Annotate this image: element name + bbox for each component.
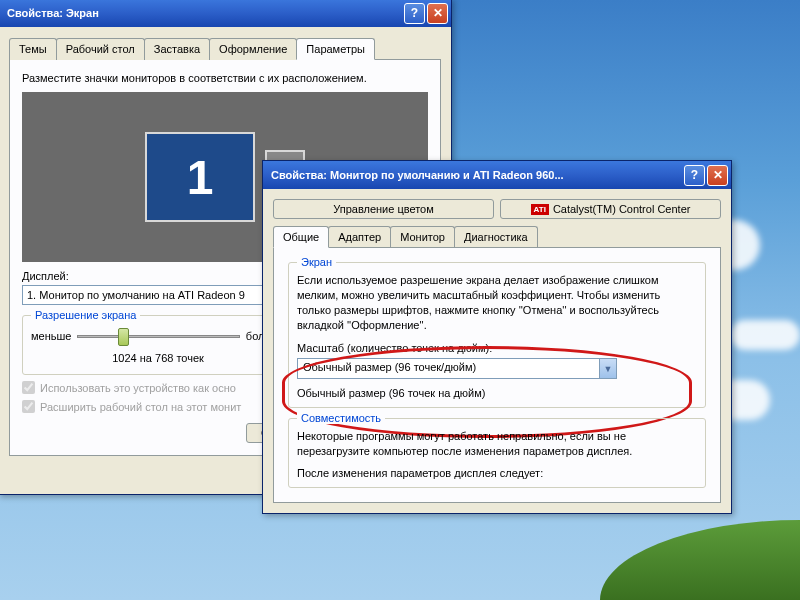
close-button[interactable]: ✕ bbox=[427, 3, 448, 24]
screen-text: Если используемое разрешение экрана дела… bbox=[297, 273, 697, 332]
hint-text: Разместите значки мониторов в соответств… bbox=[22, 72, 428, 84]
tab-monitor[interactable]: Монитор bbox=[390, 226, 455, 248]
chk-extend-checkbox bbox=[22, 400, 35, 413]
chevron-down-icon[interactable]: ▼ bbox=[599, 359, 616, 378]
window-title: Свойства: Экран bbox=[7, 7, 402, 19]
resolution-slider[interactable] bbox=[77, 326, 239, 346]
tab-strip: Темы Рабочий стол Заставка Оформление Па… bbox=[9, 38, 441, 60]
adapter-properties-window: Свойства: Монитор по умолчанию и ATI Rad… bbox=[262, 160, 732, 514]
help-button-2[interactable]: ? bbox=[684, 165, 705, 186]
tab-appearance[interactable]: Оформление bbox=[209, 38, 297, 60]
close-button-2[interactable]: ✕ bbox=[707, 165, 728, 186]
dpi-dropdown[interactable]: Обычный размер (96 точек/дюйм) ▼ bbox=[297, 358, 617, 379]
compat-text: Некоторые программы могут работать непра… bbox=[297, 429, 697, 459]
scale-note: Обычный размер (96 точек на дюйм) bbox=[297, 387, 697, 399]
resolution-legend: Разрешение экрана bbox=[31, 309, 140, 321]
resolution-value: 1024 на 768 точек bbox=[31, 352, 285, 364]
tab-themes[interactable]: Темы bbox=[9, 38, 57, 60]
screen-legend: Экран bbox=[297, 256, 336, 268]
titlebar[interactable]: Свойства: Экран ? ✕ bbox=[0, 0, 451, 27]
catalyst-button[interactable]: ATI Catalyst(TM) Control Center bbox=[500, 199, 721, 219]
scale-label: Масштаб (количество точек на дюйм): bbox=[297, 342, 697, 354]
window-title-2: Свойства: Монитор по умолчанию и ATI Rad… bbox=[271, 169, 682, 181]
color-management-button[interactable]: Управление цветом bbox=[273, 199, 494, 219]
tab-diagnostics[interactable]: Диагностика bbox=[454, 226, 538, 248]
ati-logo-icon: ATI bbox=[531, 204, 549, 215]
tab-screensaver[interactable]: Заставка bbox=[144, 38, 210, 60]
tab-general[interactable]: Общие bbox=[273, 226, 329, 248]
tab-strip-2: Общие Адаптер Монитор Диагностика bbox=[273, 226, 721, 248]
titlebar-2[interactable]: Свойства: Монитор по умолчанию и ATI Rad… bbox=[263, 161, 731, 189]
compat-after: После изменения параметров дисплея следу… bbox=[297, 467, 697, 479]
tab-settings[interactable]: Параметры bbox=[296, 38, 375, 60]
monitor-1[interactable]: 1 bbox=[145, 132, 255, 222]
tab-adapter[interactable]: Адаптер bbox=[328, 226, 391, 248]
compat-legend: Совместимость bbox=[297, 412, 385, 424]
help-button[interactable]: ? bbox=[404, 3, 425, 24]
tab-desktop[interactable]: Рабочий стол bbox=[56, 38, 145, 60]
res-less: меньше bbox=[31, 330, 71, 342]
chk-primary-checkbox bbox=[22, 381, 35, 394]
